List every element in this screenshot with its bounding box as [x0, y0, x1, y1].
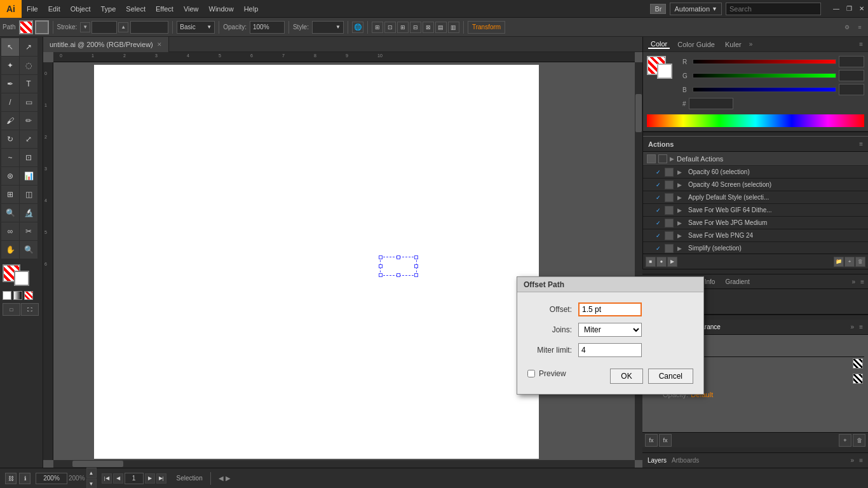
handle-lm[interactable] [379, 264, 383, 268]
r-slider[interactable] [693, 59, 836, 64]
none-icon[interactable] [24, 291, 33, 300]
blend-tool[interactable]: ∞ [1, 222, 19, 240]
stroke-color-swatch[interactable] [853, 358, 863, 369]
action-item[interactable]: ✓ ▶ Apply Default Style (selecti... [643, 191, 868, 204]
layers-collapse-btn[interactable]: » [851, 457, 855, 464]
style-dropdown-2[interactable]: ▼ [312, 21, 344, 34]
handle-tr[interactable] [414, 255, 418, 259]
nav-prev-btn[interactable]: ◀ [113, 473, 123, 484]
scale-tool[interactable]: ⤢ [20, 130, 37, 148]
status-icon-link[interactable]: ⛓ [5, 473, 17, 484]
stroke-input[interactable] [92, 21, 117, 34]
appearance-collapse-btn[interactable]: » [851, 323, 855, 330]
tab-kuler[interactable]: Kuler [722, 41, 744, 48]
nav-next-btn[interactable]: ▶ [145, 473, 155, 484]
menu-window[interactable]: Window [204, 0, 239, 18]
appearance-menu-btn[interactable]: ≡ [859, 323, 863, 330]
line-tool[interactable]: / [1, 93, 19, 111]
fill-color-swatch[interactable] [853, 374, 863, 384]
canvas-tab[interactable]: untitle.ai @ 200% (RGB/Preview) ✕ [43, 37, 169, 52]
type-tool[interactable]: T [20, 75, 37, 93]
zoom-down-btn[interactable]: ▼ [86, 478, 97, 488]
zoom-tool[interactable]: 🔍 [20, 241, 37, 259]
search-input[interactable] [726, 3, 821, 15]
align-btn-3[interactable]: ⊞ [397, 22, 409, 33]
zoom-up-btn[interactable]: ▲ [86, 468, 97, 478]
joins-select[interactable]: Miter Round Bevel [578, 323, 642, 337]
expand-icon[interactable]: ▶ [677, 169, 682, 175]
zoom-input[interactable] [36, 473, 67, 484]
expand-icon[interactable]: ▶ [677, 220, 682, 226]
panel-menu-btn[interactable]: ≡ [860, 278, 864, 285]
action-record-btn[interactable]: ● [656, 257, 667, 267]
b-value-input[interactable] [839, 84, 864, 95]
handle-bm[interactable] [397, 273, 400, 277]
maximize-btn[interactable]: ❐ [843, 3, 855, 15]
menu-select[interactable]: Select [121, 0, 151, 18]
action-new-set-btn[interactable]: 📁 [834, 257, 844, 267]
pencil-tool[interactable]: ✏ [20, 112, 37, 130]
fill-icon[interactable] [19, 20, 33, 34]
handle-bl[interactable] [379, 273, 383, 277]
direct-selection-tool[interactable]: ↗ [20, 38, 37, 56]
align-btn-5[interactable]: ⊠ [423, 22, 434, 33]
selection-tool[interactable]: ↖ [1, 38, 19, 56]
offset-input[interactable] [578, 302, 642, 316]
layers-tab[interactable]: Layers [648, 457, 667, 464]
menu-edit[interactable]: Edit [43, 0, 65, 18]
align-btn-6[interactable]: ▤ [435, 22, 447, 33]
g-value-input[interactable] [839, 70, 864, 81]
menu-object[interactable]: Object [65, 0, 96, 18]
tab-color-guide[interactable]: Color Guide [675, 41, 717, 48]
stroke-up-btn[interactable]: ▲ [118, 22, 128, 32]
action-play-btn[interactable]: ▶ [667, 257, 677, 267]
close-btn[interactable]: ✕ [855, 3, 868, 15]
nav-last-btn[interactable]: ▶| [156, 473, 166, 484]
minimize-btn[interactable]: — [830, 3, 843, 15]
toolbar-settings-icon[interactable]: ⚙ [841, 22, 853, 33]
align-btn-2[interactable]: ⊡ [384, 22, 396, 33]
expand-icon[interactable]: ▶ [677, 182, 682, 188]
artboards-tab[interactable]: Artboards [672, 457, 699, 464]
miter-limit-input[interactable] [578, 343, 642, 357]
bridge-btn[interactable]: Br [650, 4, 666, 14]
action-group-header[interactable]: ▶ Default Actions [643, 152, 868, 166]
selected-object[interactable] [380, 257, 417, 276]
add-effect-btn[interactable]: fx [659, 434, 672, 447]
swap-colors-icon[interactable] [13, 291, 22, 300]
default-colors-icon[interactable] [3, 291, 11, 300]
menu-type[interactable]: Type [96, 0, 121, 18]
delete-item-btn[interactable]: 🗑 [853, 434, 865, 447]
r-value-input[interactable] [839, 56, 864, 67]
hand-tool[interactable]: ✋ [1, 241, 19, 259]
panel-collapse-btn[interactable]: » [852, 278, 856, 285]
scissors-tool[interactable]: ✂ [20, 222, 37, 240]
handle-br[interactable] [414, 273, 418, 277]
rect-tool[interactable]: ▭ [20, 93, 37, 111]
stroke-icon[interactable] [35, 20, 49, 34]
action-delete-btn[interactable]: 🗑 [855, 257, 865, 267]
menu-help[interactable]: Help [239, 0, 264, 18]
preview-label[interactable]: Preview [539, 369, 566, 378]
close-tab-btn[interactable]: ✕ [157, 41, 162, 48]
action-item[interactable]: ✓ ▶ Opacity 40 Screen (selection) [643, 179, 868, 191]
stroke-color-box[interactable] [14, 271, 29, 286]
fx-icon[interactable]: fx [645, 434, 658, 447]
color-spectrum[interactable] [647, 114, 864, 127]
expand-icon[interactable]: ▶ [677, 233, 682, 239]
horizontal-scrollbar[interactable] [53, 460, 635, 468]
status-arrow-btn[interactable]: ◀ ▶ [219, 475, 231, 482]
stroke-down-btn[interactable]: ▼ [80, 22, 90, 32]
stroke-swatch[interactable] [657, 64, 672, 79]
layers-menu-btn[interactable]: ≡ [859, 457, 863, 464]
page-input[interactable] [125, 473, 144, 484]
vertical-scrollbar[interactable] [635, 62, 642, 460]
paintbrush-tool[interactable]: 🖌 [1, 112, 19, 130]
transform-btn[interactable]: Transform [468, 21, 505, 34]
cancel-button[interactable]: Cancel [648, 369, 693, 384]
mesh-tool[interactable]: ⊞ [1, 186, 19, 203]
menu-view[interactable]: View [179, 0, 204, 18]
rotate-tool[interactable]: ↻ [1, 130, 19, 148]
style-dropdown[interactable]: Basic▼ [177, 21, 215, 34]
b-slider[interactable] [693, 87, 836, 92]
